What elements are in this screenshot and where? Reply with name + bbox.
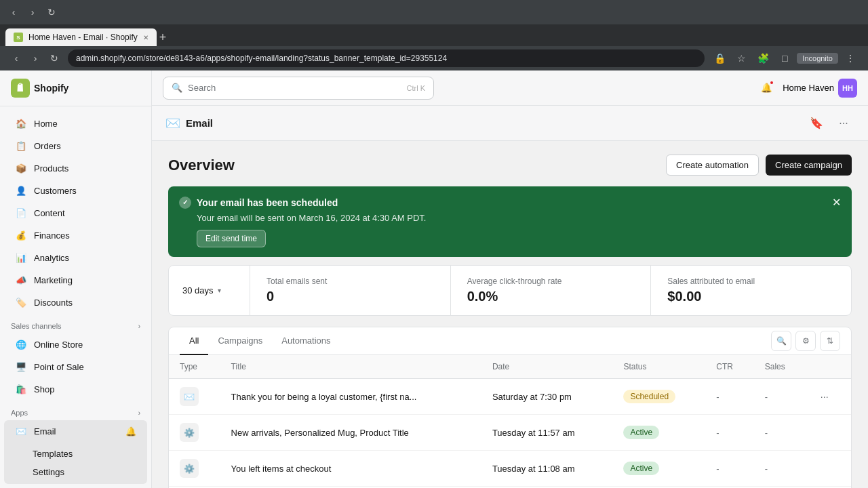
store-button[interactable]: Home Haven HH (783, 79, 857, 98)
sidebar-item-templates[interactable]: Templates (4, 445, 147, 463)
row-type-icon: ⚙️ (180, 423, 199, 442)
bookmark-action-button[interactable]: 🔖 (806, 113, 827, 134)
search-shortcut: Ctrl K (407, 84, 426, 92)
sidebar-item-orders[interactable]: 📋 Orders (4, 135, 147, 157)
tab-all[interactable]: All (180, 327, 208, 355)
app-title: Email (186, 117, 213, 129)
tab-title: Home Haven - Email · Shopify (28, 33, 138, 42)
point-of-sale-icon: 🖥️ (15, 361, 27, 373)
page-title: Overview (168, 157, 235, 174)
row-status: Active (623, 462, 659, 475)
stat-value-total: 0 (267, 289, 434, 304)
sidebar-item-finances[interactable]: 💰 Finances (4, 224, 147, 246)
sidebar-item-label: Customers (34, 186, 77, 196)
row-title: You left items at checkout (220, 451, 481, 487)
sidebar-item-label: Orders (34, 141, 61, 151)
back-button[interactable]: ‹ (5, 4, 22, 20)
forward-button[interactable]: › (24, 4, 41, 20)
sidebar-item-label: Analytics (34, 253, 69, 263)
row-date: Tuesday at 11:08 am (481, 451, 613, 487)
apps-chevron[interactable]: › (138, 409, 140, 417)
notifications-button[interactable]: 🔔 (755, 77, 777, 99)
sidebar-item-email-settings[interactable]: Settings (4, 463, 147, 481)
col-type: Type (169, 355, 220, 379)
search-placeholder: Search (188, 83, 216, 93)
sidebar-item-point-of-sale[interactable]: 🖥️ Point of Sale (4, 356, 147, 378)
customers-icon: 👤 (15, 184, 27, 197)
address-reload-button[interactable]: ↻ (46, 50, 62, 66)
sidebar-item-label: Home (34, 119, 58, 129)
table-actions: 🔍 ⚙ ⇅ (771, 331, 840, 351)
address-back-button[interactable]: ‹ (8, 50, 24, 66)
discounts-icon: 🏷️ (15, 296, 27, 308)
sidebar-item-customers[interactable]: 👤 Customers (4, 180, 147, 201)
search-box[interactable]: 🔍 Search Ctrl K (163, 77, 434, 100)
sidebar-item-email[interactable]: ✉️ Email 🔔 (4, 420, 147, 442)
email-notification-bell[interactable]: 🔔 (125, 426, 136, 436)
sidebar-header: Shopify (0, 70, 151, 106)
store-name: Home Haven (783, 83, 834, 93)
menu-button[interactable]: ⋮ (841, 49, 860, 68)
sidebar-item-label: Point of Sale (34, 362, 84, 372)
row-action-button[interactable]: ··· (818, 388, 831, 405)
tab-campaigns[interactable]: Campaigns (208, 327, 272, 355)
notification-badge (769, 80, 774, 85)
col-status: Status (612, 355, 705, 379)
reload-button[interactable]: ↻ (43, 4, 60, 20)
email-table: All Campaigns Automations 🔍 ⚙ ⇅ Type Tit… (168, 327, 852, 488)
banner-title: Your email has been scheduled (197, 197, 338, 208)
create-campaign-button[interactable]: Create campaign (766, 155, 852, 176)
sidebar-item-label: Shop (34, 384, 54, 394)
sort-table-button[interactable]: ⇅ (820, 331, 840, 351)
banner-check-icon: ✓ (179, 197, 191, 209)
finances-icon: 💰 (15, 229, 27, 241)
sales-channels-section: Sales channels › (0, 314, 151, 333)
home-icon: 🏠 (15, 117, 27, 129)
sidebar-item-online-store[interactable]: 🌐 Online Store (4, 333, 147, 355)
email-sub-nav: Templates Settings (4, 442, 147, 484)
bookmark-button[interactable]: ☆ (732, 49, 751, 68)
emails-table: Type Title Date Status CTR Sales ✉️ Tha (169, 355, 851, 486)
sidebar-item-discounts[interactable]: 🏷️ Discounts (4, 291, 147, 313)
shop-icon: 🛍️ (15, 383, 27, 395)
sidebar-item-marketing[interactable]: 📣 Marketing (4, 269, 147, 291)
sales-channels-chevron[interactable]: › (138, 323, 140, 330)
sidebar-item-shop[interactable]: 🛍️ Shop (4, 378, 147, 400)
create-automation-button[interactable]: Create automation (666, 155, 759, 176)
main-nav: 🏠 Home 📋 Orders 📦 Products 👤 Customers 📄… (0, 106, 151, 488)
close-tab-button[interactable]: ✕ (143, 34, 149, 41)
col-actions (807, 355, 851, 379)
sidebar: Shopify 🏠 Home 📋 Orders 📦 Products 👤 Cus… (0, 70, 152, 488)
extensions-button[interactable]: 🧩 (753, 49, 772, 68)
edit-send-time-button[interactable]: Edit send time (197, 230, 266, 247)
sidebar-item-products[interactable]: 📦 Products (4, 157, 147, 179)
stat-ctr: Average click-through rate 0.0% (451, 266, 652, 315)
sidebar-item-home[interactable]: 🏠 Home (4, 113, 147, 134)
shopify-logo-text: Shopify (34, 83, 68, 94)
row-type-icon: ⚙️ (180, 459, 199, 478)
col-date: Date (481, 355, 613, 379)
row-type-icon: ✉️ (180, 387, 199, 406)
email-nav-group: ✉️ Email 🔔 Templates Settings (4, 420, 147, 484)
top-bar: 🔍 Search Ctrl K 🔔 Home Haven HH (152, 70, 868, 106)
sidebar-item-analytics[interactable]: 📊 Analytics (4, 247, 147, 268)
sidebar-item-content[interactable]: 📄 Content (4, 202, 147, 224)
browser-tab[interactable]: S Home Haven - Email · Shopify ✕ (5, 28, 157, 46)
address-bar-input[interactable] (68, 49, 705, 67)
shopify-logo[interactable]: Shopify (11, 79, 68, 98)
marketing-icon: 📣 (15, 274, 27, 286)
banner-close-button[interactable]: ✕ (832, 196, 841, 209)
more-action-button[interactable]: ··· (833, 113, 854, 134)
new-tab-button[interactable]: + (159, 28, 167, 46)
period-chevron: ▾ (218, 287, 221, 294)
stats-period-selector[interactable]: 30 days ▾ (169, 266, 250, 315)
banner-description: Your email will be sent on March 16, 202… (179, 213, 841, 223)
filter-table-button[interactable]: ⚙ (795, 331, 816, 351)
tab-automations[interactable]: Automations (272, 327, 340, 355)
sidebar-item-label: Marketing (34, 275, 73, 285)
extension-button[interactable]: 🔒 (710, 49, 729, 68)
address-forward-button[interactable]: › (27, 50, 43, 66)
row-title: New arrivals, Personalized Mug, Product … (220, 415, 481, 451)
search-table-button[interactable]: 🔍 (771, 331, 791, 351)
profile-button[interactable]: □ (775, 49, 794, 68)
